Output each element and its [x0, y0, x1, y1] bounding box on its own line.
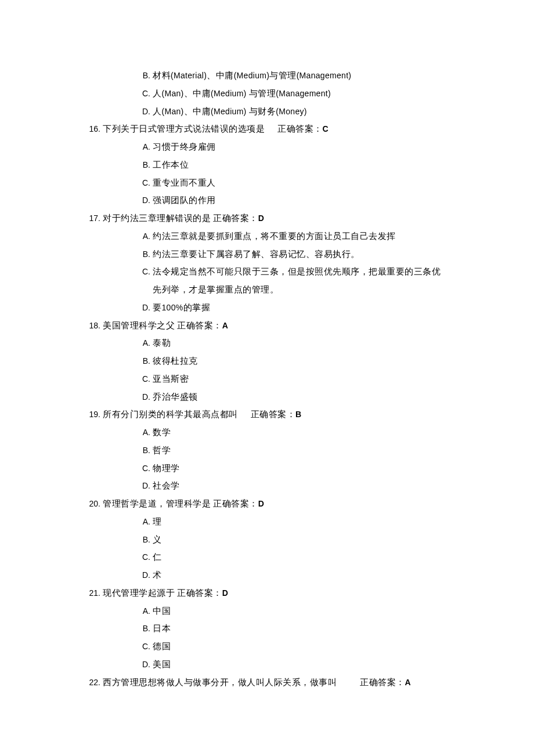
question-text: 对于约法三章理解错误的是 正确答案：D [103, 209, 264, 227]
option-text: 理 [153, 513, 456, 531]
option-text: 义 [153, 531, 456, 549]
question-number: 18. [78, 317, 103, 334]
option-letter: D. [78, 567, 153, 584]
answer-value: D [258, 214, 265, 223]
option-text: 约法三章就是要抓到重点，将不重要的方面让员工自己去发挥 [153, 227, 456, 245]
option-row: D. 要100%的掌握 [78, 299, 456, 317]
question-number: 16. [78, 121, 103, 138]
option-letter: B. [78, 620, 153, 637]
option-text: 日本 [153, 620, 456, 638]
option-row: C. 物理学 [78, 460, 456, 478]
option-text: 物理学 [153, 460, 456, 478]
document-page: B. 材料(Material)、中庸(Medium)与管理(Management… [0, 0, 534, 756]
option-text: 社会学 [153, 477, 456, 495]
option-letter: B. [78, 531, 153, 548]
option-row: B. 义 [78, 531, 456, 549]
option-text: 材料(Material)、中庸(Medium)与管理(Management) [153, 67, 456, 85]
option-row: D. 人(Man)、中庸(Medium) 与财务(Money) [78, 103, 456, 121]
question-text: 下列关于日式管理方式说法错误的选项是正确答案：C [103, 120, 329, 138]
option-text: 仁 [153, 548, 456, 566]
option-letter: A. [78, 335, 153, 352]
option-letter: B. [78, 157, 153, 173]
option-row: A. 理 [78, 513, 456, 531]
answer-value: A [222, 321, 229, 330]
option-letter: C. [78, 175, 153, 191]
answer-value: D [258, 499, 265, 508]
option-letter: D. [78, 389, 153, 406]
question-number: 22. [78, 674, 103, 691]
question-text: 管理哲学是道，管理科学是 正确答案：D [103, 495, 264, 513]
option-row: D. 社会学 [78, 477, 456, 495]
option-text: 德国 [153, 638, 456, 656]
option-text: 习惯于终身雇佣 [153, 138, 456, 156]
answer-value: C [323, 124, 329, 133]
option-text: 约法三章要让下属容易了解、容易记忆、容易执行。 [153, 245, 456, 263]
option-letter: A. [78, 424, 153, 441]
option-letter: D. [78, 192, 153, 209]
question-stem: 22. 西方管理思想将做人与做事分开，做人叫人际关系，做事叫正确答案：A [78, 674, 456, 692]
option-letter: B. [78, 353, 153, 370]
option-row: C. 法令规定当然不可能只限于三条，但是按照优先顺序，把最重要的三条优 [78, 263, 456, 281]
question-text: 西方管理思想将做人与做事分开，做人叫人际关系，做事叫正确答案：A [103, 674, 411, 692]
option-row: C. 仁 [78, 548, 456, 566]
option-row: C. 人(Man)、中庸(Medium) 与管理(Management) [78, 85, 456, 103]
option-row: B. 哲学 [78, 442, 456, 460]
option-text-continuation: 先列举，才是掌握重点的管理。 [153, 281, 456, 299]
option-row: D. 乔治华盛顿 [78, 388, 456, 406]
option-text: 美国 [153, 656, 456, 674]
option-letter: C. [78, 85, 153, 102]
question-stem: 19. 所有分门别类的科学其最高点都叫正确答案：B [78, 406, 456, 424]
option-text: 人(Man)、中庸(Medium) 与财务(Money) [153, 103, 456, 121]
option-text: 乔治华盛顿 [153, 388, 456, 406]
option-text: 人(Man)、中庸(Medium) 与管理(Management) [153, 85, 456, 103]
option-row: A. 约法三章就是要抓到重点，将不重要的方面让员工自己去发挥 [78, 227, 456, 245]
answer-value: B [295, 410, 302, 419]
option-text: 重专业而不重人 [153, 174, 456, 192]
option-letter: B. [78, 246, 153, 263]
option-letter: A. [78, 603, 153, 620]
option-row: B. 材料(Material)、中庸(Medium)与管理(Management… [78, 67, 456, 85]
option-text: 中国 [153, 602, 456, 620]
option-letter: C. [78, 638, 153, 655]
option-text: 强调团队的作用 [153, 191, 456, 209]
question-stem: 21. 现代管理学起源于 正确答案：D [78, 584, 456, 602]
option-letter: D. [78, 103, 153, 120]
option-row: C. 亚当斯密 [78, 370, 456, 388]
option-row: A. 泰勒 [78, 334, 456, 352]
option-text: 亚当斯密 [153, 370, 456, 388]
option-text: 泰勒 [153, 334, 456, 352]
option-letter: A. [78, 513, 153, 530]
option-row: D. 术 [78, 566, 456, 584]
question-number: 21. [78, 585, 103, 602]
option-letter: A. [78, 228, 153, 245]
option-letter: A. [78, 139, 153, 155]
question-number: 20. [78, 495, 103, 512]
option-letter: D. [78, 478, 153, 494]
option-row: C. 德国 [78, 638, 456, 656]
option-text: 术 [153, 566, 456, 584]
option-row: D. 美国 [78, 656, 456, 674]
question-text: 美国管理科学之父 正确答案：A [103, 317, 228, 335]
option-letter: C. [78, 549, 153, 566]
answer-value: A [405, 678, 412, 687]
option-row: B. 日本 [78, 620, 456, 638]
option-letter: C. [78, 460, 153, 477]
option-row: D. 强调团队的作用 [78, 191, 456, 209]
question-stem: 16. 下列关于日式管理方式说法错误的选项是正确答案：C [78, 120, 456, 138]
option-row: B. 约法三章要让下属容易了解、容易记忆、容易执行。 [78, 245, 456, 263]
option-letter: B. [78, 67, 153, 84]
question-stem: 20. 管理哲学是道，管理科学是 正确答案：D [78, 495, 456, 513]
option-row: B. 彼得杜拉克 [78, 352, 456, 370]
option-letter: D. [78, 299, 153, 316]
option-text: 数学 [153, 424, 456, 442]
question-number: 17. [78, 210, 103, 227]
option-text: 要100%的掌握 [153, 299, 456, 317]
option-row: A. 数学 [78, 424, 456, 442]
question-text: 所有分门别类的科学其最高点都叫正确答案：B [103, 406, 302, 424]
option-letter: C. [78, 263, 153, 280]
option-text: 法令规定当然不可能只限于三条，但是按照优先顺序，把最重要的三条优 [153, 263, 456, 281]
option-row: A. 习惯于终身雇佣 [78, 138, 456, 156]
option-row: B. 工作本位 [78, 156, 456, 174]
option-text: 彼得杜拉克 [153, 352, 456, 370]
option-letter: D. [78, 656, 153, 673]
